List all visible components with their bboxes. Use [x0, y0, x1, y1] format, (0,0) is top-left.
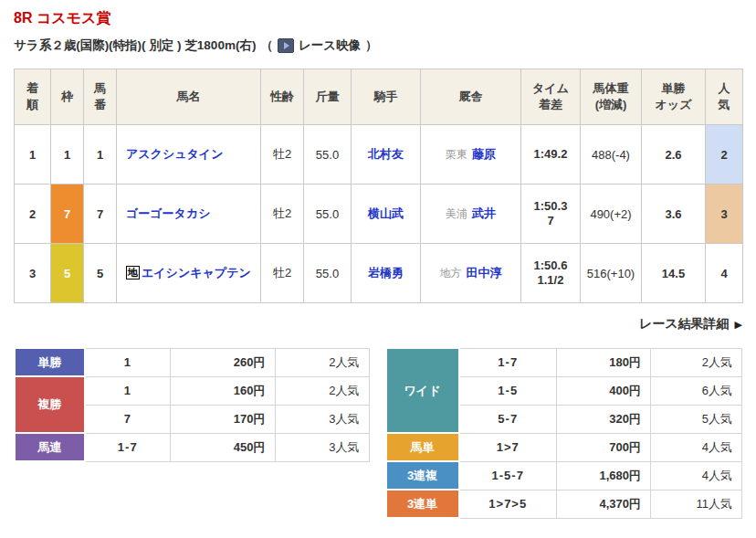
- carried-weight: 55.0: [304, 125, 352, 185]
- race-video-label: レース映像: [299, 37, 361, 54]
- win-odds: 3.6: [642, 185, 706, 244]
- horse-name-link[interactable]: ゴーゴータカシ: [126, 206, 211, 220]
- finish-time: 1:49.2: [525, 147, 576, 162]
- finish-time: 1:50.3: [525, 199, 576, 214]
- stable-region: 美浦: [446, 207, 467, 220]
- stable-link[interactable]: 藤原: [472, 147, 496, 161]
- payout-table-left: 単勝 1 260円 2人気 複勝 1 160円 2人気 7 170円 3人気 馬…: [14, 347, 370, 462]
- frame-number: 1: [51, 125, 84, 185]
- results-header-row: 着 順 枠 馬 番 馬名 性齢 斤量 騎手 厩舎 タイム 着差 馬体重 (増減)…: [15, 69, 743, 125]
- bet-type-trio: 3連複: [386, 461, 459, 490]
- horse-number: 5: [84, 244, 117, 303]
- payout-row: 複勝 1 160円 2人気: [15, 376, 369, 405]
- payout-popularity: 6人気: [651, 376, 742, 405]
- col-frame: 枠: [51, 69, 84, 125]
- stable-link[interactable]: 武井: [472, 206, 496, 220]
- payout-combination: 1-7: [85, 433, 170, 461]
- horse-name-cell: 地エイシンキャプテン: [117, 244, 261, 303]
- payout-amount: 180円: [557, 348, 651, 376]
- jockey-cell: 北村友: [352, 125, 421, 185]
- finish-position: 2: [15, 185, 51, 244]
- bet-type-trifecta: 3連単: [386, 490, 459, 518]
- finish-margin: 1.1/2: [525, 273, 576, 288]
- race-conditions: サラ系２歳(国際)(特指)( 別定 ) 芝1800m(右): [14, 37, 256, 54]
- time-margin-cell: 1:50.6 1.1/2: [521, 244, 581, 303]
- race-result-page: 8R コスモス賞 サラ系２歳(国際)(特指)( 別定 ) 芝1800m(右) （…: [0, 0, 756, 519]
- popularity: 2: [706, 125, 743, 185]
- frame-number: 7: [51, 185, 84, 244]
- jockey-link[interactable]: 横山武: [368, 206, 404, 220]
- stable-region: 栗東: [446, 148, 467, 161]
- payout-amount: 400円: [557, 376, 651, 405]
- col-win-odds: 単勝 オッズ: [642, 69, 706, 125]
- stable-link[interactable]: 田中淳: [467, 266, 502, 280]
- stable-region: 地方: [440, 267, 462, 280]
- horse-weight: 516(+10): [581, 244, 642, 303]
- col-finish: 着 順: [15, 69, 51, 125]
- col-popularity: 人 気: [706, 69, 743, 125]
- col-horse-weight: 馬体重 (増減): [581, 69, 642, 125]
- win-odds: 14.5: [642, 244, 706, 303]
- col-stable: 厩舎: [421, 69, 521, 125]
- race-video-link[interactable]: レース映像: [278, 37, 361, 54]
- race-conditions-row: サラ系２歳(国際)(特指)( 別定 ) 芝1800m(右) （ レース映像 ）: [14, 37, 742, 54]
- payout-popularity: 4人気: [651, 461, 742, 490]
- payout-amount: 170円: [170, 405, 275, 433]
- payout-row: 3連複 1-5-7 1,680円 4人気: [386, 461, 742, 490]
- col-jockey: 騎手: [352, 69, 421, 125]
- col-horse-number: 馬 番: [84, 69, 117, 125]
- payout-combination: 1>7: [459, 433, 557, 461]
- payout-amount: 260円: [170, 348, 275, 376]
- sex-age: 牡2: [261, 244, 304, 303]
- payout-amount: 160円: [170, 376, 275, 405]
- horse-name-cell: アスクシュタイン: [117, 125, 261, 185]
- horse-name-link[interactable]: アスクシュタイン: [126, 147, 223, 161]
- time-margin-cell: 1:49.2: [521, 125, 581, 185]
- payout-amount: 320円: [557, 405, 651, 433]
- bet-type-exacta: 馬単: [386, 433, 459, 461]
- payout-row: 3連単 1>7>5 4,370円 11人気: [386, 490, 742, 518]
- frame-number: 5: [51, 244, 84, 303]
- horse-weight: 490(+2): [581, 185, 642, 244]
- jockey-link[interactable]: 北村友: [368, 147, 404, 161]
- result-row-3: 3 5 5 地エイシンキャプテン 牡2 55.0 岩橋勇 地方田中淳 1:50.…: [15, 244, 743, 303]
- payout-combination: 1-5: [459, 376, 557, 405]
- stable-cell: 栗東藤原: [421, 125, 521, 185]
- carried-weight: 55.0: [304, 185, 352, 244]
- bet-type-quinella: 馬連: [15, 433, 85, 461]
- payout-amount: 700円: [557, 433, 651, 461]
- bet-type-quinella-place: ワイド: [386, 348, 459, 433]
- local-horse-mark: 地: [126, 266, 140, 280]
- page-title: 8R コスモス賞: [14, 9, 742, 28]
- col-time-margin: タイム 着差: [521, 69, 581, 125]
- payout-popularity: 2人気: [275, 376, 369, 405]
- bet-type-place: 複勝: [15, 376, 85, 433]
- payout-combination: 1-7: [459, 348, 557, 376]
- jockey-cell: 岩橋勇: [352, 244, 421, 303]
- payout-popularity: 3人気: [275, 433, 369, 461]
- horse-number: 1: [84, 125, 117, 185]
- payout-combination: 1: [85, 376, 170, 405]
- result-row-2: 2 7 7 ゴーゴータカシ 牡2 55.0 横山武 美浦武井 1:50.3 7 …: [15, 185, 743, 244]
- payout-row: ワイド 1-7 180円 2人気: [386, 348, 742, 376]
- popularity: 4: [706, 244, 743, 303]
- paren-open: （: [260, 37, 273, 54]
- detail-link-row: レース結果詳細▶: [14, 315, 742, 332]
- payout-combination: 5-7: [459, 405, 557, 433]
- payout-area: 単勝 1 260円 2人気 複勝 1 160円 2人気 7 170円 3人気 馬…: [14, 347, 742, 519]
- payout-amount: 4,370円: [557, 490, 651, 518]
- race-result-detail-link[interactable]: レース結果詳細▶: [639, 316, 742, 331]
- payout-combination: 1-5-7: [459, 461, 557, 490]
- finish-position: 1: [15, 125, 51, 185]
- payout-popularity: 3人気: [275, 405, 369, 433]
- time-margin-cell: 1:50.3 7: [521, 185, 581, 244]
- payout-amount: 450円: [170, 433, 275, 461]
- paren-close: ）: [365, 37, 378, 54]
- payout-combination: 1>7>5: [459, 490, 557, 518]
- jockey-cell: 横山武: [352, 185, 421, 244]
- jockey-link[interactable]: 岩橋勇: [368, 266, 404, 280]
- sex-age: 牡2: [261, 185, 304, 244]
- horse-weight: 488(-4): [581, 125, 642, 185]
- horse-name-link[interactable]: エイシンキャプテン: [142, 266, 251, 280]
- payout-popularity: 2人気: [275, 348, 369, 376]
